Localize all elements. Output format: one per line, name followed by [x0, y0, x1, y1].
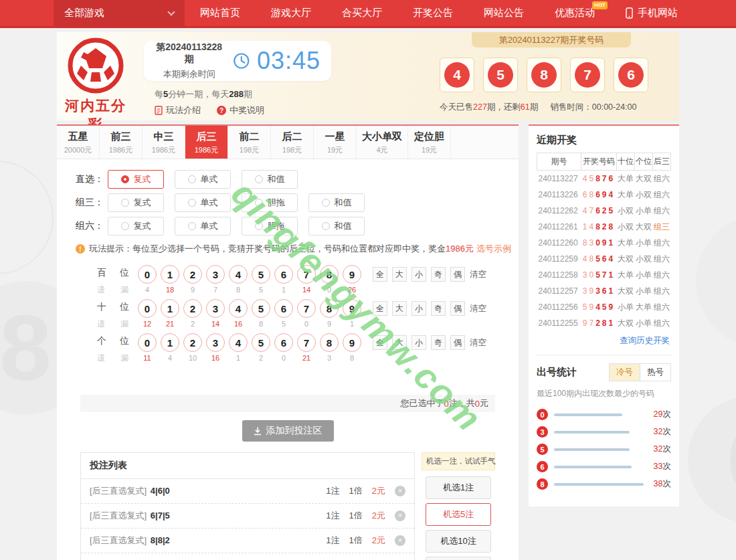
play-option-单式[interactable]: 单式	[175, 193, 231, 212]
play-option-和值[interactable]: 和值	[242, 170, 298, 189]
filter-button-全[interactable]: 全	[373, 301, 387, 316]
digit-ball-8[interactable]: 8	[320, 333, 339, 352]
tab-中三[interactable]: 中三1986元	[143, 126, 185, 159]
stat-count: 32次	[650, 444, 671, 455]
random-pick-button-机选1注[interactable]: 机选1注	[426, 476, 491, 499]
play-option-和值[interactable]: 和值	[308, 217, 365, 236]
miss-count: 10	[181, 354, 204, 362]
filter-button-奇[interactable]: 奇	[431, 267, 446, 282]
filter-button-大[interactable]: 大	[392, 301, 407, 316]
filter-button-全[interactable]: 全	[373, 267, 387, 282]
play-option-单式[interactable]: 单式	[175, 170, 231, 189]
clear-button[interactable]: 清空	[470, 335, 486, 350]
digit-ball-9[interactable]: 9	[343, 333, 361, 352]
close-icon[interactable]: ×	[395, 510, 405, 521]
play-option-和值[interactable]: 和值	[308, 193, 365, 212]
tab-大小单双[interactable]: 大小单双4元	[357, 126, 408, 159]
recent-hou: 组六	[652, 283, 670, 299]
filter-button-小[interactable]: 小	[411, 301, 426, 316]
digit-ball-8[interactable]: 8	[320, 265, 339, 284]
digit-ball-1[interactable]: 1	[161, 299, 179, 318]
filter-button-小[interactable]: 小	[411, 335, 426, 350]
nav-item-4[interactable]: 网站公告	[468, 0, 539, 26]
add-to-betlist-button[interactable]: 添加到投注区	[242, 420, 334, 442]
all-games-dropdown[interactable]: 全部游戏	[54, 0, 185, 26]
tab-五星[interactable]: 五星20000元	[57, 126, 100, 159]
last-draw-banner: 第20240113227期开奖号码	[472, 32, 631, 48]
nav-item-6[interactable]: 手机网站	[610, 0, 693, 26]
filter-button-偶[interactable]: 偶	[450, 267, 465, 282]
digit-ball-5[interactable]: 5	[252, 333, 270, 352]
digit-ball-1[interactable]: 1	[161, 265, 179, 284]
nav-item-0[interactable]: 网站首页	[185, 0, 256, 26]
digit-ball-5[interactable]: 5	[252, 299, 270, 318]
nav-item-1[interactable]: 游戏大厅	[256, 0, 327, 26]
stats-tab-热号[interactable]: 热号	[640, 363, 671, 381]
digit-ball-2[interactable]: 2	[183, 333, 202, 352]
filter-button-小[interactable]: 小	[411, 267, 426, 282]
digit-ball-7[interactable]: 7	[297, 333, 316, 352]
tab-一星[interactable]: 一星19元	[314, 126, 357, 159]
filter-button-大[interactable]: 大	[392, 335, 407, 350]
digit-ball-4[interactable]: 4	[229, 333, 248, 352]
pick-example-link[interactable]: 选号示例	[476, 244, 511, 254]
random-pick-button-机选5注[interactable]: 机选5注	[426, 503, 491, 526]
play-option-label: 复式	[134, 220, 151, 232]
nav-item-3[interactable]: 开奖公告	[397, 0, 468, 26]
stat-number-badge: 0	[537, 409, 548, 420]
play-option-胆拖[interactable]: 胆拖	[242, 217, 298, 236]
filter-button-偶[interactable]: 偶	[450, 301, 465, 316]
tab-后三[interactable]: 后三1986元	[185, 126, 228, 159]
digit-ball-2[interactable]: 2	[183, 299, 202, 318]
close-icon[interactable]: ×	[395, 486, 405, 496]
digit-ball-0[interactable]: 0	[138, 265, 157, 284]
digit-ball-9[interactable]: 9	[343, 265, 361, 284]
digit-ball-5[interactable]: 5	[252, 265, 270, 284]
miss-count: 11	[136, 354, 159, 362]
nav-item-5[interactable]: 优惠活动HOT	[539, 0, 610, 26]
digit-ball-4[interactable]: 4	[229, 265, 248, 284]
clear-button[interactable]: 清空	[470, 301, 486, 316]
play-option-胆拖[interactable]: 胆拖	[242, 193, 298, 212]
win-intro-link[interactable]: ? 中奖说明	[217, 104, 264, 116]
digit-ball-6[interactable]: 6	[274, 265, 293, 284]
tab-前三[interactable]: 前三1986元	[100, 126, 143, 159]
digit-ball-2[interactable]: 2	[183, 265, 202, 284]
digit-ball-6[interactable]: 6	[274, 299, 293, 318]
tab-定位胆[interactable]: 定位胆19元	[408, 126, 451, 159]
nav-item-2[interactable]: 合买大厅	[327, 0, 397, 26]
play-intro-link[interactable]: 玩法介绍	[155, 104, 201, 116]
tab-前二[interactable]: 前二198元	[228, 126, 271, 159]
close-icon[interactable]: ×	[395, 535, 405, 546]
random-pick-button-partial[interactable]	[426, 557, 491, 560]
clear-button[interactable]: 清空	[470, 267, 486, 282]
digit-ball-6[interactable]: 6	[274, 333, 293, 352]
play-option-复式[interactable]: 复式	[108, 217, 164, 236]
play-group-label: 组六：	[76, 220, 108, 232]
digit-ball-3[interactable]: 3	[206, 265, 225, 284]
filter-button-大[interactable]: 大	[392, 267, 407, 282]
stats-tab-冷号[interactable]: 冷号	[609, 363, 640, 381]
random-pick-button-机选10注[interactable]: 机选10注	[426, 530, 491, 553]
digit-ball-0[interactable]: 0	[138, 299, 157, 318]
history-link[interactable]: 查询历史开奖	[538, 335, 670, 347]
digit-ball-7[interactable]: 7	[297, 299, 316, 318]
digit-ball-3[interactable]: 3	[206, 299, 225, 318]
filter-button-奇[interactable]: 奇	[431, 335, 446, 350]
digit-ball-3[interactable]: 3	[206, 333, 225, 352]
play-option-单式[interactable]: 单式	[175, 217, 231, 236]
digit-ball-9[interactable]: 9	[343, 299, 361, 318]
play-option-复式[interactable]: 复式	[108, 193, 164, 212]
digit-ball-1[interactable]: 1	[161, 333, 179, 352]
tab-后二[interactable]: 后二198元	[271, 126, 314, 159]
digit-ball-4[interactable]: 4	[229, 299, 248, 318]
digit-ball-7[interactable]: 7	[297, 265, 316, 284]
filter-button-奇[interactable]: 奇	[431, 301, 446, 316]
filter-button-全[interactable]: 全	[373, 335, 387, 350]
recent-shi: 大双	[616, 283, 634, 299]
play-option-复式[interactable]: 复式	[108, 170, 164, 189]
filter-button-偶[interactable]: 偶	[450, 335, 465, 350]
digit-ball-0[interactable]: 0	[138, 333, 157, 352]
recent-row: 24011225597281大双小单组六	[537, 315, 671, 331]
digit-ball-8[interactable]: 8	[320, 299, 339, 318]
